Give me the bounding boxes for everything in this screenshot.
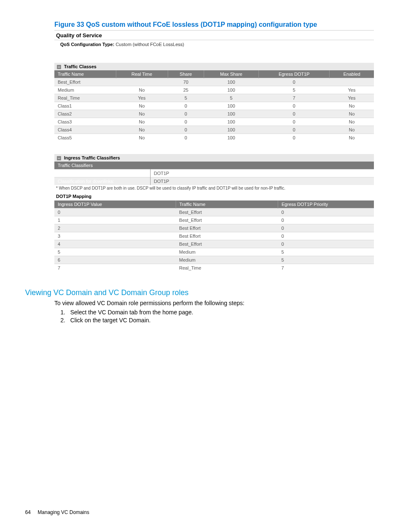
table-cell: Class3 [54, 118, 116, 126]
table-cell: Yes [116, 94, 168, 102]
steps-list: Select the VC Domain tab from the home p… [67, 309, 374, 324]
table-row: Real_TimeYes557Yes [54, 94, 374, 102]
table-cell: Best_Effort [176, 216, 278, 224]
column-header: Egress DOT1P Priority [278, 200, 374, 208]
page-footer: 64 Managing VC Domains [25, 509, 89, 515]
table-cell: 0 [278, 240, 374, 248]
table-row: Class5No01000No [54, 134, 374, 142]
table-cell: No [330, 126, 374, 134]
table-cell: 1 [54, 216, 176, 224]
table-cell: Medium [176, 256, 278, 264]
table-cell: 7 [278, 264, 374, 272]
table-row: 6Medium5 [54, 256, 374, 264]
table-cell: 100 [204, 78, 258, 86]
table-cell: 100 [204, 110, 258, 118]
table-cell: 0 [54, 208, 176, 216]
table-row: Class3No01000No [54, 118, 374, 126]
classifiers-table: Traffic Classifiers Classification for u… [54, 162, 374, 185]
table-cell: 6 [54, 256, 176, 264]
traffic-classes-table: Traffic NameReal TimeShareMax ShareEgres… [54, 70, 374, 141]
dot1p-mapping-table: Ingress DOT1P ValueTraffic NameEgress DO… [54, 200, 374, 272]
table-cell: 0 [168, 110, 204, 118]
table-cell: 0 [278, 216, 374, 224]
table-cell: 2 [54, 224, 176, 232]
table-cell: 0 [258, 78, 330, 86]
table-cell: 3 [54, 232, 176, 240]
table-cell: No [116, 134, 168, 142]
table-cell: 0 [278, 224, 374, 232]
table-cell: No [116, 86, 168, 94]
figure-title: Figure 33 QoS custom without FCoE lossle… [54, 21, 374, 28]
table-cell: No [330, 134, 374, 142]
table-cell: 0 [278, 208, 374, 216]
table-cell: No [116, 118, 168, 126]
table-cell: 100 [204, 86, 258, 94]
table-cell: 5 [278, 256, 374, 264]
table-cell: Class2 [54, 110, 116, 118]
table-cell: 4 [54, 240, 176, 248]
config-label: QoS Configuration Type: [60, 42, 114, 47]
uplinks-value: DOT1P [150, 170, 374, 177]
table-row: Best_Effort701000 [54, 78, 374, 86]
table-cell: No [116, 102, 168, 110]
table-cell: 5 [204, 94, 258, 102]
column-header: Traffic Name [176, 200, 278, 208]
table-cell: 0 [168, 134, 204, 142]
chapter-name: Managing VC Domains [38, 509, 89, 515]
table-cell: No [116, 110, 168, 118]
column-header: Max Share [204, 70, 258, 78]
table-cell: 100 [204, 134, 258, 142]
column-header: Ingress DOT1P Value [54, 200, 176, 208]
table-row: Class4No01000No [54, 126, 374, 134]
table-cell: 5 [54, 248, 176, 256]
table-cell: 0 [168, 126, 204, 134]
collapse-icon[interactable]: − [57, 65, 61, 69]
table-row: 4Best_Effort0 [54, 240, 374, 248]
table-cell [116, 78, 168, 86]
table-cell: Real_Time [176, 264, 278, 272]
table-cell: No [330, 110, 374, 118]
table-cell: No [330, 118, 374, 126]
table-cell: Best_Effort [54, 78, 116, 86]
table-cell: 0 [258, 134, 330, 142]
config-type-line: QoS Configuration Type: Custom (without … [54, 40, 374, 50]
classifier-footnote: * When DSCP and DOT1P are both in use. D… [54, 185, 374, 191]
list-item: Select the VC Domain tab from the home p… [67, 309, 374, 316]
table-cell: 100 [204, 126, 258, 134]
panel-title: Quality of Service [54, 30, 374, 40]
section-heading: Viewing VC Domain and VC Domain Group ro… [25, 288, 374, 297]
table-row: Class1No01000No [54, 102, 374, 110]
page-number: 64 [25, 509, 31, 515]
qos-screenshot: Quality of Service QoS Configuration Typ… [54, 30, 374, 272]
table-cell: Class4 [54, 126, 116, 134]
table-cell: Best Effort [176, 232, 278, 240]
table-cell: Medium [176, 248, 278, 256]
table-cell: Best Effort [176, 224, 278, 232]
table-row: 2Best Effort0 [54, 224, 374, 232]
column-header: Enabled [330, 70, 374, 78]
table-cell: 100 [204, 102, 258, 110]
column-header: Share [168, 70, 204, 78]
traffic-classes-header: − Traffic Classes [54, 63, 374, 70]
table-row: 3Best Effort0 [54, 232, 374, 240]
collapse-icon[interactable]: − [57, 156, 61, 160]
dot1p-header: DOT1P Mapping [54, 191, 374, 200]
table-cell: Class5 [54, 134, 116, 142]
table-cell: 0 [168, 102, 204, 110]
table-row: 1Best_Effort0 [54, 216, 374, 224]
table-row: Class2No01000No [54, 110, 374, 118]
table-cell: 7 [54, 264, 176, 272]
list-item: Click on the target VC Domain. [67, 317, 374, 324]
table-cell: Yes [330, 94, 374, 102]
table-cell: No [330, 102, 374, 110]
table-cell: 0 [278, 232, 374, 240]
table-cell: 100 [204, 118, 258, 126]
table-cell: 25 [168, 86, 204, 94]
uplinks-label: Classification for uplinks: [54, 170, 150, 177]
table-cell: Real_Time [54, 94, 116, 102]
ingress-label: Ingress Traffic Classifiers [64, 155, 120, 160]
table-cell: Best_Effort [176, 240, 278, 248]
table-cell: Class1 [54, 102, 116, 110]
table-cell: 5 [258, 86, 330, 94]
table-cell: 5 [168, 94, 204, 102]
